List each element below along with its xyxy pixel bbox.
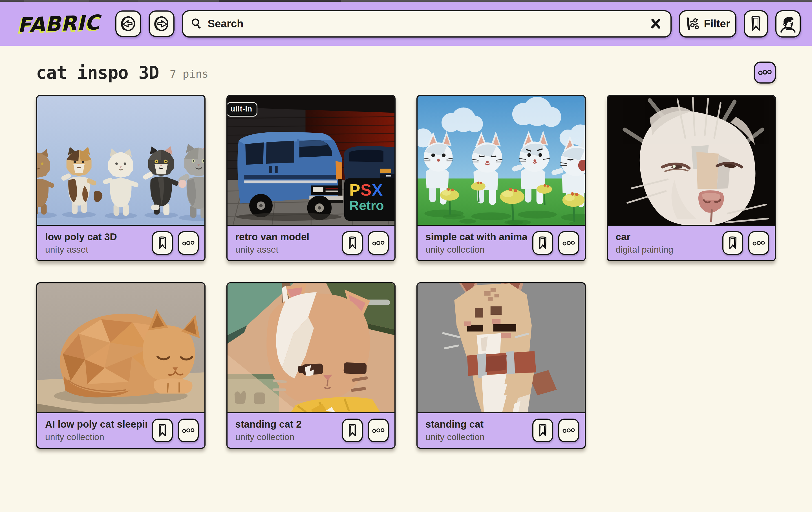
forward-button[interactable] (149, 10, 175, 37)
pin-subtitle: unity collection (426, 432, 527, 442)
ellipsis-icon (562, 424, 576, 437)
pin-footer: standing cat unity collection (417, 413, 585, 448)
ellipsis-icon (372, 424, 385, 437)
ellipsis-icon (758, 65, 772, 80)
pin-bookmark-button[interactable] (532, 231, 553, 255)
pin-image-sleeping-cat (37, 284, 204, 413)
pin-bookmark-button[interactable] (152, 419, 173, 442)
board-page: cat inspo 3D 7 pins (0, 61, 812, 449)
fabric-logo[interactable]: FABRIC (17, 10, 100, 37)
pin-card-retro-van-model[interactable]: uilt-In PSX Retro retro van model unity … (226, 95, 396, 261)
pin-bookmark-button[interactable] (342, 231, 363, 255)
ellipsis-icon (372, 236, 385, 250)
board-title: cat inspo 3D (36, 62, 159, 83)
pin-subtitle: unity collection (235, 432, 337, 442)
filter-label: Filter (704, 18, 730, 30)
pin-card-standing-cat-2[interactable]: standing cat 2 unity collection (226, 282, 396, 449)
pin-meta: AI low poly cat sleepin unity collection (45, 419, 147, 442)
back-button[interactable] (115, 10, 141, 37)
board-header: cat inspo 3D 7 pins (36, 61, 776, 84)
bookmark-icon (749, 16, 762, 32)
pin-footer: simple cat with animat unity collection (417, 226, 585, 260)
pin-image-retro-van: uilt-In PSX Retro (228, 96, 395, 226)
pin-footer: low poly cat 3D unity asset (37, 226, 204, 260)
render-pipeline-badge: uilt-In (228, 102, 258, 116)
pin-meta: standing cat unity collection (426, 419, 527, 442)
pin-count: 7 pins (170, 65, 208, 80)
pin-subtitle: unity collection (426, 244, 527, 255)
forward-arrow-icon (153, 16, 170, 32)
pin-meta: car digital painting (616, 231, 718, 255)
clear-x-icon (649, 17, 662, 30)
pin-bookmark-button[interactable] (722, 231, 743, 255)
pin-card-low-poly-cat-3d[interactable]: low poly cat 3D unity asset (36, 95, 206, 261)
pin-menu-button[interactable] (178, 419, 199, 442)
ellipsis-icon (752, 236, 765, 250)
pin-footer: car digital painting (608, 226, 775, 260)
pin-image-cat-painting (608, 96, 775, 226)
bookmark-icon (347, 423, 358, 437)
pin-image-simple-cats-field (417, 96, 585, 226)
bookmarks-button[interactable] (744, 10, 768, 37)
pin-title: standing cat 2 (235, 419, 337, 430)
pin-image-standing-cat-2 (228, 284, 395, 413)
bookmark-icon (727, 236, 738, 250)
bookmark-icon (157, 423, 168, 437)
search-bar[interactable] (182, 10, 672, 37)
pin-menu-button[interactable] (558, 231, 579, 255)
back-arrow-icon (120, 16, 137, 32)
avatar-icon (779, 15, 797, 33)
ellipsis-icon (562, 236, 576, 250)
pin-meta: standing cat 2 unity collection (235, 419, 337, 442)
pin-menu-button[interactable] (558, 419, 579, 442)
pin-subtitle: unity asset (45, 244, 147, 255)
pin-footer: retro van model unity asset (228, 226, 395, 260)
pin-menu-button[interactable] (178, 231, 199, 255)
pin-card-simple-cat-with-animations[interactable]: simple cat with animat unity collection (416, 95, 586, 261)
pin-menu-button[interactable] (368, 231, 389, 255)
app-header: FABRIC (0, 2, 812, 46)
psx-retro-logo: PSX Retro (344, 179, 395, 221)
pin-meta: retro van model unity asset (235, 231, 337, 255)
pin-menu-button[interactable] (748, 231, 769, 255)
pin-meta: simple cat with animat unity collection (426, 231, 527, 255)
pin-card-standing-cat[interactable]: standing cat unity collection (416, 282, 586, 449)
pin-bookmark-button[interactable] (342, 419, 363, 442)
pin-footer: standing cat 2 unity collection (228, 413, 395, 448)
pin-footer: AI low poly cat sleepin unity collection (37, 413, 204, 448)
search-input[interactable] (208, 18, 644, 30)
pin-subtitle: unity collection (45, 432, 147, 442)
pin-image-low-poly-cats (37, 96, 204, 226)
pin-card-car-painting[interactable]: car digital painting (607, 95, 776, 261)
pin-title: car (616, 231, 718, 242)
bookmark-icon (538, 423, 548, 437)
ellipsis-icon (181, 424, 195, 437)
search-icon (190, 18, 203, 30)
pin-bookmark-button[interactable] (152, 231, 173, 255)
ellipsis-icon (181, 236, 195, 250)
pin-meta: low poly cat 3D unity asset (45, 231, 147, 255)
pin-title: simple cat with animat (426, 231, 527, 242)
pin-image-standing-cat (417, 284, 585, 413)
pin-title: AI low poly cat sleepin (45, 419, 147, 430)
pin-title: retro van model (235, 231, 337, 242)
pin-subtitle: unity asset (235, 244, 337, 255)
pin-menu-button[interactable] (368, 419, 389, 442)
pin-grid: low poly cat 3D unity asset (36, 95, 776, 449)
bookmark-icon (157, 236, 168, 250)
board-menu-button[interactable] (754, 61, 776, 84)
filter-sliders-icon (686, 17, 699, 31)
pin-subtitle: digital painting (616, 244, 718, 255)
clear-search-button[interactable] (649, 17, 662, 30)
filter-button[interactable]: Filter (679, 10, 736, 37)
pin-card-ai-low-poly-cat-sleeping[interactable]: AI low poly cat sleepin unity collection (36, 282, 206, 449)
pin-title: low poly cat 3D (45, 231, 147, 242)
profile-button[interactable] (775, 10, 801, 37)
pin-bookmark-button[interactable] (532, 419, 553, 442)
pin-title: standing cat (426, 419, 527, 430)
bookmark-icon (347, 236, 358, 250)
bookmark-icon (538, 236, 548, 250)
